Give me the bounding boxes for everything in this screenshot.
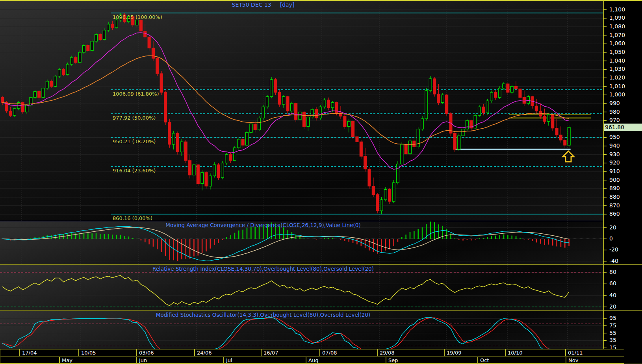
last-price-tag: 961.80 — [604, 124, 642, 131]
price-axis-tick: 1,000 — [609, 91, 625, 98]
rsi-axis-tick: 20 — [609, 303, 616, 310]
separator — [0, 264, 642, 265]
stoch-axis-tick: 35 — [609, 337, 616, 343]
up-arrow-annotation — [563, 151, 574, 162]
month-axis-cell: Sep — [386, 357, 478, 364]
support-trendline — [455, 149, 571, 150]
fib-level-label: 916.04 (23.60%) — [113, 168, 156, 174]
price-axis-tick: 1,050 — [609, 49, 625, 55]
date-axis-cell: 01/11 — [566, 349, 624, 356]
rsi-panel-title: Relative Strength Index(CLOSE,14,30,70),… — [0, 266, 526, 272]
rsi-axis-tick: 80 — [609, 269, 616, 275]
date-axis-cell: 07/08 — [320, 349, 377, 356]
price-axis-tick: 1,060 — [609, 40, 625, 46]
rsi-panel — [0, 272, 603, 307]
fib-level-label: 860.16 (0.00%) — [113, 215, 152, 221]
price-axis-tick: 910 — [609, 168, 620, 174]
rsi-axis-tick: 60 — [609, 280, 616, 286]
price-axis-tick: 990 — [609, 100, 620, 106]
date-axis-cell: 17/04 — [20, 349, 79, 356]
month-axis-cell — [0, 357, 59, 364]
month-axis-cell: Nov — [566, 357, 624, 364]
axis-lines — [603, 1, 607, 349]
separator — [0, 221, 642, 221]
price-axis-tick: 920 — [609, 159, 620, 166]
symbol-label: SET50 DEC 13 — [232, 2, 271, 8]
macd-axis-tick: -20 — [609, 246, 618, 253]
fib-level-label: 977.92 (50.00%) — [113, 115, 156, 121]
price-axis-tick: 970 — [609, 117, 620, 123]
chart-canvas[interactable] — [0, 0, 642, 364]
date-axis-cell: 29/08 — [377, 349, 444, 356]
price-axis-tick: 980 — [609, 109, 620, 115]
price-axis-tick: 860 — [609, 211, 620, 217]
price-axis-tick: 1,070 — [609, 32, 625, 38]
chart-title: SET50 DEC 13[day] — [132, 2, 394, 8]
top-border — [0, 0, 642, 1]
timeframe-label: [day] — [280, 2, 295, 8]
macd-axis-tick: -40 — [609, 258, 618, 264]
date-axis-cell: 03/06 — [137, 349, 195, 356]
price-axis-tick: 1,040 — [609, 57, 625, 64]
price-axis-tick: 870 — [609, 202, 620, 209]
month-axis-cell: Jun — [137, 357, 224, 364]
price-axis-tick: 1,020 — [609, 74, 625, 81]
stoch-axis-tick: 55 — [609, 330, 616, 336]
rsi-axis-tick: 40 — [609, 292, 616, 298]
stoch-axis-tick: 95 — [609, 315, 616, 321]
price-axis-tick: 940 — [609, 142, 620, 149]
price-axis-tick: 900 — [609, 177, 620, 183]
chart-window: SET50 DEC 13[day] Moving Average Converg… — [0, 0, 642, 364]
price-axis-tick: 1,100 — [609, 6, 625, 13]
month-axis-cell: Jul — [224, 357, 306, 364]
month-axis-cell: May — [59, 357, 137, 364]
date-axis-cell: 10/05 — [79, 349, 137, 356]
date-axis-cell: 10/10 — [505, 349, 566, 356]
price-axis-tick: 1,080 — [609, 23, 625, 30]
price-axis-tick: 880 — [609, 194, 620, 200]
gridlines — [0, 6, 603, 349]
price-axis-tick: 1,030 — [609, 66, 625, 72]
price-axis-tick: 1,010 — [609, 83, 625, 89]
macd-axis-tick: 20 — [609, 224, 616, 231]
macd-panel-title: Moving Average Convergence / Divergence(… — [0, 222, 526, 228]
separator — [0, 310, 642, 311]
macd-axis-tick: 0 — [609, 235, 613, 242]
price-axis-tick: 930 — [609, 151, 620, 157]
date-axis-cell: 16/07 — [261, 349, 320, 356]
date-axis-cell: 24/06 — [195, 349, 261, 356]
fib-level-label: 950.21 (38.20%) — [113, 139, 156, 144]
stoch-panel — [0, 317, 603, 353]
fib-level-label: 1096.15 (100.00%) — [113, 14, 162, 20]
price-axis-tick: 950 — [609, 134, 620, 140]
date-axis-cell: 19/09 — [444, 349, 505, 356]
price-axis-tick: 890 — [609, 185, 620, 191]
price-axis-tick: 1,090 — [609, 15, 625, 21]
fib-level-label: 1006.09 (61.80%) — [113, 91, 159, 97]
month-axis-cell: Oct — [478, 357, 566, 364]
date-axis-cell — [0, 349, 20, 356]
stoch-panel-title: Modified Stochastics Oscillator(14,3,3),… — [0, 312, 526, 318]
stoch-axis-tick: 75 — [609, 322, 616, 329]
month-axis-cell: Aug — [306, 357, 386, 364]
